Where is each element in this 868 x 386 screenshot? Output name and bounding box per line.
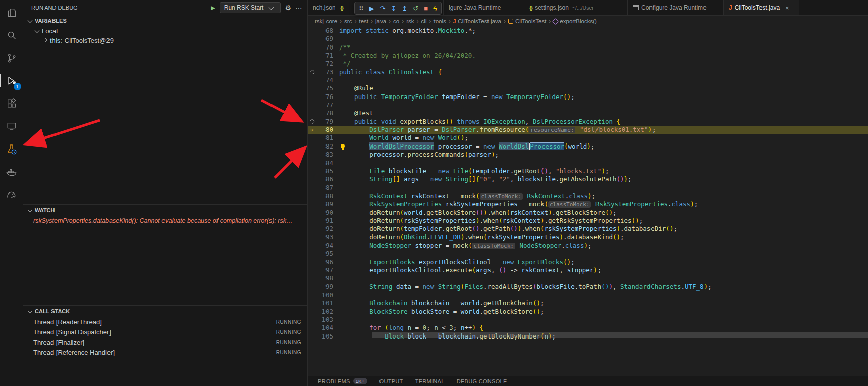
debug-configuration-select[interactable]: Run RSK Start (220, 2, 281, 13)
start-debugging-icon[interactable]: ▶ (211, 5, 215, 11)
code-line[interactable]: 97 exportBlocksCliTool.execute(args, () … (308, 266, 868, 274)
code-line[interactable]: 70/** (308, 43, 868, 52)
tab-clitoolstest-java[interactable]: JCliToolsTest.java× (724, 0, 799, 15)
code-line[interactable]: 89 RskSystemProperties rskSystemProperti… (308, 200, 868, 208)
glyph-margin[interactable] (308, 93, 317, 101)
gear-icon[interactable]: ⚙ (285, 4, 291, 12)
glyph-margin[interactable] (308, 109, 317, 117)
code-line[interactable]: 92 doReturn(tempFolder.getRoot().getPath… (308, 225, 868, 233)
glyph-margin[interactable] (308, 308, 317, 316)
run-and-debug-icon[interactable]: 1 (4, 73, 19, 88)
glyph-margin[interactable] (308, 250, 317, 258)
tab-nch-json[interactable]: nch.json (308, 0, 335, 15)
code-line[interactable]: 93 doReturn(DbKind.LEVEL_DB).when(rskSys… (308, 233, 868, 242)
more-actions-icon[interactable]: ⋯ (295, 4, 302, 12)
glyph-margin[interactable] (308, 291, 317, 299)
glyph-margin[interactable] (308, 332, 317, 341)
call-stack-thread[interactable]: Thread [Reference Handler]RUNNING (23, 347, 307, 357)
code-line[interactable]: 68import static org.mockito.Mockito.*; (308, 27, 868, 35)
code-line[interactable]: 72 */ (308, 60, 868, 68)
glyph-margin[interactable] (308, 225, 317, 233)
glyph-margin[interactable] (308, 200, 317, 208)
code-line[interactable]: 94 NodeStopper stopper = mock(classToMoc… (308, 242, 868, 250)
code-line[interactable]: 69 (308, 35, 868, 43)
hot-code-replace-button[interactable]: ϟ (433, 5, 437, 12)
restart-button[interactable]: ↺ (413, 5, 418, 12)
breadcrumb-item[interactable]: exportBlocks() (553, 18, 597, 24)
glyph-margin[interactable] (308, 299, 317, 307)
code-line[interactable]: 104 for (long n = 0; n < 3; n++) { (308, 324, 868, 332)
call-stack-section-header[interactable]: CALL STACK (23, 306, 307, 317)
glyph-margin[interactable] (308, 258, 317, 266)
glyph-margin[interactable] (308, 217, 317, 225)
code-line[interactable]: 101 Blockchain blockchain = world.getBlo… (308, 299, 868, 307)
step-over-button[interactable]: ↷ (380, 5, 386, 12)
search-icon[interactable] (4, 28, 19, 43)
glyph-margin[interactable] (308, 184, 317, 192)
panel-tab-debug-console[interactable]: DEBUG CONSOLE (457, 378, 507, 384)
test-explorer-icon[interactable] (4, 141, 19, 157)
breadcrumb-item[interactable]: co (393, 18, 399, 24)
extensions-icon[interactable] (4, 96, 19, 111)
code-line[interactable]: 71 * Created by ajlopez on 26/04/2020. (308, 52, 868, 60)
code-line[interactable]: 102 BlockStore blockStore = world.getBlo… (308, 308, 868, 316)
panel-tab-output[interactable]: OUTPUT (379, 378, 403, 384)
code-line[interactable]: ▷80 DslParser parser = DslParser.fromRes… (308, 126, 868, 134)
code-line[interactable]: 79 public void exportBlocks() throws IOE… (308, 118, 868, 126)
watch-section-header[interactable]: WATCH (23, 205, 307, 216)
glyph-margin[interactable] (308, 274, 317, 282)
glyph-margin[interactable] (308, 52, 317, 60)
code-line[interactable]: 95 (308, 250, 868, 258)
call-stack-thread[interactable]: Thread [Finalizer]RUNNING (23, 337, 307, 347)
explorer-icon[interactable] (4, 5, 19, 20)
glyph-margin[interactable] (308, 84, 317, 92)
code-line[interactable]: 99 String data = new String(Files.readAl… (308, 283, 868, 291)
glyph-margin[interactable] (308, 175, 317, 183)
code-line[interactable]: 85 File blocksFile = new File(tempFolder… (308, 167, 868, 175)
code-line[interactable]: 77 (308, 101, 868, 109)
glyph-margin[interactable] (308, 316, 317, 324)
breadcrumb-item[interactable]: tools (433, 18, 446, 24)
code-line[interactable]: 86 String[] args = new String[]{"0", "2"… (308, 175, 868, 183)
code-line[interactable]: 76 public TemporaryFolder tempFolder = n… (308, 93, 868, 101)
glyph-margin[interactable] (308, 233, 317, 242)
code-line[interactable]: 100 (308, 291, 868, 299)
watch-expression[interactable]: rskSystemProperties.databaseKind(): Cann… (23, 216, 307, 224)
code-line[interactable]: 84 (308, 159, 868, 167)
call-stack-thread[interactable]: Thread [Signal Dispatcher]RUNNING (23, 327, 307, 337)
code-line[interactable]: 82 WorldDslProcessor processor = new Wor… (308, 142, 868, 151)
glyph-margin[interactable] (308, 60, 317, 68)
breadcrumb-item[interactable]: rskj-core (315, 18, 337, 24)
gradle-icon[interactable] (4, 187, 19, 202)
code-line[interactable]: 75 @Rule (308, 84, 868, 92)
breadcrumb-item[interactable]: rsk (406, 18, 414, 24)
tab-configure-java-runtime[interactable]: Configure Java Runtime (628, 0, 724, 15)
glyph-margin[interactable] (308, 142, 317, 151)
call-stack-thread[interactable]: Thread [ReaderThread]RUNNING (23, 317, 307, 327)
code-line[interactable]: 87 (308, 184, 868, 192)
breadcrumb-item[interactable]: cli (421, 18, 427, 24)
code-line[interactable]: 91 doReturn(rskSystemProperties).when(rs… (308, 217, 868, 225)
glyph-margin[interactable] (308, 134, 317, 142)
breadcrumb-item[interactable]: java (375, 18, 386, 24)
glyph-margin[interactable] (308, 151, 317, 159)
glyph-margin[interactable] (308, 266, 317, 274)
panel-tab-problems[interactable]: PROBLEMS1K+ (318, 378, 367, 384)
breadcrumb-item[interactable]: test (359, 18, 368, 24)
step-into-button[interactable]: ↧ (391, 5, 396, 12)
code-line[interactable]: 81 World world = new World(); (308, 134, 868, 142)
glyph-margin[interactable] (308, 209, 317, 217)
lightbulb-icon[interactable] (341, 144, 345, 148)
code-line[interactable]: 96 ExportBlocks exportBlocksCliTool = ne… (308, 258, 868, 266)
tab-igure-java-runtime[interactable]: igure Java Runtime (444, 0, 524, 15)
step-out-button[interactable]: ↥ (402, 5, 407, 12)
source-control-icon[interactable] (4, 51, 19, 66)
glyph-margin[interactable] (308, 101, 317, 109)
glyph-margin[interactable] (308, 192, 317, 200)
code-line[interactable]: 98 (308, 274, 868, 282)
variable-this[interactable]: this: CliToolsTest@29 (23, 36, 307, 45)
panel-tab-terminal[interactable]: TERMINAL (415, 378, 445, 384)
docker-icon[interactable] (4, 164, 19, 179)
glyph-margin[interactable] (308, 159, 317, 167)
glyph-margin[interactable] (308, 167, 317, 175)
